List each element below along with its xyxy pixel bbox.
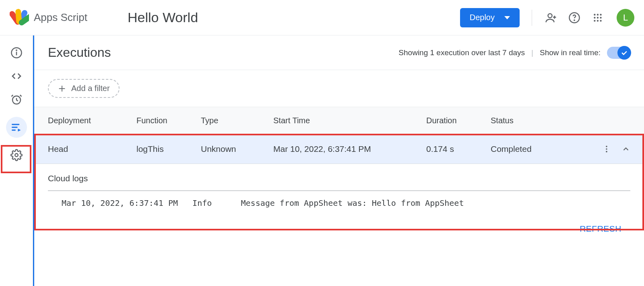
col-status: Status: [491, 116, 582, 125]
svg-point-8: [597, 14, 599, 15]
col-duration: Duration: [426, 116, 491, 125]
separator: |: [531, 48, 533, 57]
left-sidebar: [0, 35, 33, 286]
deploy-label: Deploy: [470, 13, 495, 22]
row-collapse-chevron-up-icon[interactable]: [621, 145, 630, 153]
log-line: Mar 10, 2022, 6:37:41 PM Info Message fr…: [48, 198, 630, 208]
svg-point-10: [594, 17, 595, 18]
apps-grid-icon[interactable]: [592, 12, 604, 24]
cell-duration: 0.174 s: [426, 144, 491, 154]
cell-deployment: Head: [48, 144, 136, 154]
cell-function: logThis: [136, 144, 201, 154]
col-deployment: Deployment: [48, 116, 136, 125]
svg-point-18: [16, 50, 17, 51]
chevron-down-icon: [504, 16, 510, 19]
svg-point-9: [600, 14, 601, 15]
help-icon[interactable]: [568, 12, 580, 24]
svg-point-13: [594, 20, 595, 21]
svg-marker-23: [18, 129, 21, 132]
share-person-add-icon[interactable]: [545, 12, 557, 24]
cloud-logs-title: Cloud logs: [48, 174, 630, 183]
add-filter-chip[interactable]: Add a filter: [48, 79, 120, 98]
triggers-clock-icon[interactable]: [10, 93, 23, 106]
cell-type: Unknown: [201, 144, 273, 154]
cloud-logs-panel: Cloud logs Mar 10, 2022, 6:37:41 PM Info…: [34, 164, 644, 212]
plus-icon: [58, 84, 66, 93]
section-header: Executions Showing 1 execution over last…: [34, 35, 644, 70]
page-title: Executions: [48, 45, 111, 60]
realtime-toggle[interactable]: [607, 47, 630, 59]
add-filter-label: Add a filter: [71, 84, 110, 93]
account-avatar[interactable]: L: [617, 9, 634, 27]
svg-point-27: [606, 146, 607, 147]
refresh-button[interactable]: REFRESH: [580, 224, 621, 234]
executions-icon[interactable]: [6, 117, 27, 138]
svg-point-11: [597, 17, 599, 18]
product-name: Apps Script: [34, 11, 87, 24]
apps-script-logo-icon: [10, 8, 29, 27]
svg-point-7: [594, 14, 595, 15]
table-header: Deployment Function Type Start Time Dura…: [34, 107, 644, 135]
executions-summary: Showing 1 execution over last 7 days: [398, 48, 525, 57]
avatar-initial: L: [623, 12, 628, 23]
svg-point-6: [574, 20, 575, 21]
logo-block: Apps Script: [10, 8, 87, 27]
editor-code-icon[interactable]: [10, 70, 23, 82]
project-title[interactable]: Hello World: [128, 10, 198, 25]
deploy-button[interactable]: Deploy: [460, 8, 520, 27]
row-menu-more-icon[interactable]: [602, 145, 611, 153]
toggle-knob-check-icon: [617, 46, 631, 60]
svg-point-14: [597, 20, 599, 21]
execution-row[interactable]: Head logThis Unknown Mar 10, 2022, 6:37:…: [34, 135, 644, 164]
app-header: Apps Script Hello World Deploy L: [0, 0, 644, 35]
svg-point-4: [548, 14, 552, 18]
cell-start-time: Mar 10, 2022, 6:37:41 PM: [273, 144, 426, 154]
settings-gear-icon[interactable]: [10, 149, 23, 161]
svg-point-15: [600, 20, 601, 21]
cell-status: Completed: [491, 144, 582, 154]
filter-row: Add a filter: [34, 70, 644, 107]
svg-point-24: [15, 153, 18, 157]
overview-info-icon[interactable]: [10, 47, 23, 59]
svg-point-28: [606, 148, 607, 150]
col-type: Type: [201, 116, 273, 125]
realtime-label: Show in real time:: [540, 48, 601, 57]
main-content: Executions Showing 1 execution over last…: [33, 35, 644, 286]
svg-point-29: [606, 151, 607, 153]
header-divider: [532, 10, 532, 26]
svg-point-12: [600, 17, 601, 18]
col-function: Function: [136, 116, 201, 125]
col-start-time: Start Time: [273, 116, 426, 125]
logs-divider: [48, 191, 630, 191]
